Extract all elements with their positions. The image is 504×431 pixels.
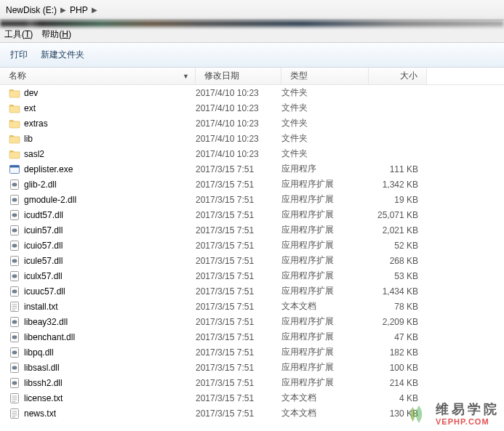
file-date: 2017/4/10 10:23	[196, 134, 281, 144]
chevron-right-icon[interactable]: ▶	[91, 6, 98, 14]
folder-icon	[9, 148, 20, 160]
file-name: ext	[24, 103, 36, 113]
file-type: 应用程序扩展	[281, 315, 369, 328]
file-date: 2017/3/15 7:51	[196, 225, 281, 235]
file-row[interactable]: glib-2.dll2017/3/15 7:51应用程序扩展1,342 KB	[0, 177, 504, 192]
file-size: 2,209 KB	[369, 317, 427, 327]
file-type: 文本文档	[281, 392, 369, 404]
dll-icon	[9, 240, 20, 251]
svg-point-11	[14, 244, 15, 246]
file-row[interactable]: iculx57.dll2017/3/15 7:51应用程序扩展53 KB	[0, 268, 504, 283]
file-type: 应用程序扩展	[281, 178, 369, 190]
file-date: 2017/3/15 7:51	[196, 347, 281, 358]
file-name: icuuc57.dll	[24, 286, 65, 297]
file-row[interactable]: icuin57.dll2017/3/15 7:51应用程序扩展2,021 KB	[0, 222, 504, 238]
column-header-type[interactable]: 类型	[281, 68, 369, 84]
file-row[interactable]: gmodule-2.dll2017/3/15 7:51应用程序扩展19 KB	[0, 192, 504, 207]
file-type: 文件夹	[281, 86, 369, 99]
file-type: 文件夹	[281, 102, 369, 114]
file-size: 111 KB	[369, 164, 427, 174]
file-row[interactable]: ext2017/4/10 10:23文件夹	[0, 100, 504, 116]
file-row[interactable]: libeay32.dll2017/3/15 7:51应用程序扩展2,209 KB	[0, 314, 504, 329]
dll-icon	[9, 316, 20, 328]
toolbar: 打印 新建文件夹	[0, 43, 504, 68]
svg-point-28	[14, 351, 15, 353]
file-row[interactable]: libpq.dll2017/3/15 7:51应用程序扩展182 KB	[0, 345, 504, 360]
file-size: 53 KB	[369, 271, 427, 281]
file-name: license.txt	[24, 393, 63, 403]
file-type: 应用程序扩展	[281, 224, 369, 236]
file-type: 应用程序扩展	[281, 193, 369, 206]
file-name: extras	[24, 118, 48, 129]
file-date: 2017/3/15 7:51	[196, 332, 281, 342]
file-row[interactable]: sasl22017/4/10 10:23文件夹	[0, 146, 504, 161]
file-row[interactable]: libenchant.dll2017/3/15 7:51应用程序扩展47 KB	[0, 329, 504, 345]
menu-tools[interactable]: 工具(T)	[4, 28, 33, 41]
file-row[interactable]: libssh2.dll2017/3/15 7:51应用程序扩展214 KB	[0, 375, 504, 390]
address-bar: NewDisk (E:) ▶ PHP ▶	[0, 0, 504, 20]
dll-icon	[9, 194, 20, 206]
file-row[interactable]: icule57.dll2017/3/15 7:51应用程序扩展268 KB	[0, 253, 504, 268]
file-row[interactable]: install.txt2017/3/15 7:51文本文档78 KB	[0, 299, 504, 314]
file-row[interactable]: icudt57.dll2017/3/15 7:51应用程序扩展25,071 KB	[0, 207, 504, 222]
file-size: 1,434 KB	[369, 286, 427, 297]
svg-point-13	[14, 259, 15, 261]
dll-icon	[9, 362, 20, 374]
column-header-date[interactable]: 修改日期	[196, 68, 281, 84]
file-row[interactable]: deplister.exe2017/3/15 7:51应用程序111 KB	[0, 161, 504, 177]
file-size: 19 KB	[369, 195, 427, 205]
file-date: 2017/3/15 7:51	[196, 241, 281, 251]
dll-icon	[9, 377, 20, 389]
file-name: gmodule-2.dll	[24, 195, 76, 205]
file-type: 应用程序扩展	[281, 361, 369, 374]
file-name: libsasl.dll	[24, 363, 60, 373]
column-headers: 名称 ▼ 修改日期 类型 大小	[0, 68, 504, 85]
file-row[interactable]: dev2017/4/10 10:23文件夹	[0, 85, 504, 100]
file-type: 应用程序扩展	[281, 285, 369, 297]
svg-point-3	[14, 183, 15, 185]
file-row[interactable]: extras2017/4/10 10:23文件夹	[0, 116, 504, 131]
svg-rect-1	[10, 165, 20, 167]
file-size: 47 KB	[369, 332, 427, 342]
file-row[interactable]: license.txt2017/3/15 7:51文本文档4 KB	[0, 390, 504, 406]
file-type: 应用程序扩展	[281, 209, 369, 221]
breadcrumb-segment-drive[interactable]: NewDisk (E:)	[3, 2, 60, 18]
print-button[interactable]: 打印	[10, 49, 28, 61]
file-date: 2017/3/15 7:51	[196, 408, 281, 419]
svg-point-7	[14, 214, 15, 215]
dll-icon	[9, 270, 20, 282]
file-size: 214 KB	[369, 378, 427, 388]
file-row[interactable]: lib2017/4/10 10:23文件夹	[0, 131, 504, 146]
file-size: 2,021 KB	[369, 225, 427, 235]
file-name: icuio57.dll	[24, 241, 63, 251]
file-name: lib	[24, 134, 33, 144]
chevron-right-icon[interactable]: ▶	[60, 6, 67, 14]
file-date: 2017/3/15 7:51	[196, 378, 281, 388]
file-type: 文件夹	[281, 117, 369, 129]
file-row[interactable]: icuuc57.dll2017/3/15 7:51应用程序扩展1,434 KB	[0, 283, 504, 299]
file-row[interactable]: news.txt2017/3/15 7:51文本文档130 KB	[0, 406, 504, 421]
column-header-name[interactable]: 名称 ▼	[0, 68, 196, 84]
file-type: 应用程序扩展	[281, 376, 369, 389]
dll-icon	[9, 255, 20, 267]
svg-point-32	[14, 382, 15, 383]
file-size: 268 KB	[369, 256, 427, 266]
file-type: 应用程序扩展	[281, 331, 369, 343]
breadcrumb-label: NewDisk (E:)	[6, 5, 57, 15]
folder-icon	[9, 133, 20, 145]
file-name: libpq.dll	[24, 347, 54, 358]
dll-icon	[9, 209, 20, 221]
menu-help[interactable]: 帮助(H)	[41, 28, 71, 41]
dll-icon	[9, 286, 20, 297]
window-behind-blur	[0, 20, 504, 27]
breadcrumb-segment-folder[interactable]: PHP	[67, 2, 91, 18]
file-size: 130 KB	[369, 408, 427, 419]
new-folder-button[interactable]: 新建文件夹	[41, 49, 84, 61]
file-type: 应用程序扩展	[281, 270, 369, 282]
file-row[interactable]: icuio57.dll2017/3/15 7:51应用程序扩展52 KB	[0, 238, 504, 253]
file-size: 1,342 KB	[369, 180, 427, 190]
folder-icon	[9, 118, 20, 129]
file-name: libeay32.dll	[24, 317, 68, 327]
column-header-size[interactable]: 大小	[369, 68, 427, 84]
file-row[interactable]: libsasl.dll2017/3/15 7:51应用程序扩展100 KB	[0, 360, 504, 375]
